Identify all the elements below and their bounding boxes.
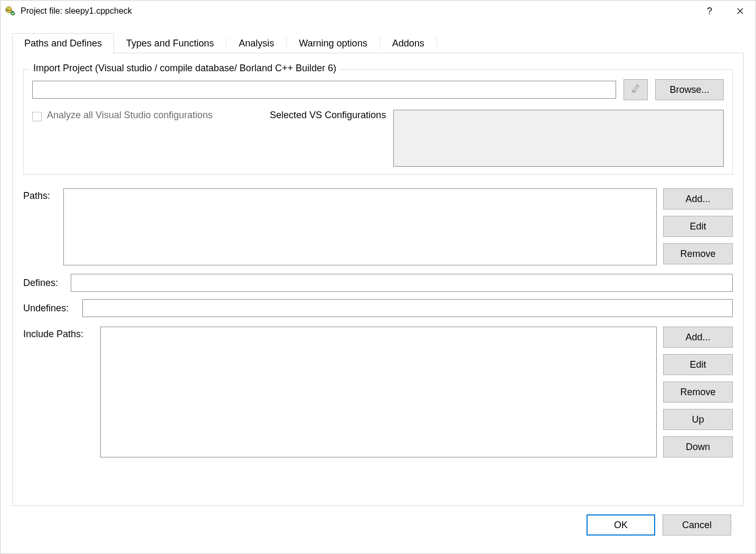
paths-label: Paths: bbox=[23, 188, 57, 202]
include-remove-button[interactable]: Remove bbox=[663, 381, 733, 403]
dialog-button-row: OK Cancel bbox=[12, 506, 744, 546]
selected-vs-config-list[interactable] bbox=[393, 110, 724, 167]
tab-types-functions[interactable]: Types and Functions bbox=[114, 33, 226, 53]
project-file-dialog: C++ Project file: sleepy1.cppcheck ? Pat… bbox=[0, 0, 756, 554]
tabstrip: Paths and Defines Types and Functions An… bbox=[12, 32, 744, 53]
paths-edit-button[interactable]: Edit bbox=[663, 216, 733, 237]
analyze-all-label: Analyze all Visual Studio configurations bbox=[47, 110, 213, 121]
undefines-label: Undefines: bbox=[23, 303, 76, 314]
paths-add-button[interactable]: Add... bbox=[663, 188, 733, 209]
broom-icon bbox=[630, 83, 641, 97]
include-paths-label: Include Paths: bbox=[23, 327, 94, 340]
svg-point-2 bbox=[11, 11, 15, 15]
analyze-all-checkbox[interactable] bbox=[32, 112, 42, 121]
ok-button[interactable]: OK bbox=[587, 514, 655, 536]
include-up-button[interactable]: Up bbox=[663, 409, 733, 430]
tab-analysis[interactable]: Analysis bbox=[226, 33, 286, 53]
paths-listbox[interactable] bbox=[63, 188, 657, 265]
include-paths-listbox[interactable] bbox=[100, 327, 657, 457]
help-button[interactable]: ? bbox=[694, 1, 725, 22]
close-button[interactable] bbox=[725, 1, 755, 22]
include-down-button[interactable]: Down bbox=[663, 436, 733, 457]
defines-label: Defines: bbox=[23, 278, 64, 289]
import-clear-button[interactable] bbox=[623, 79, 648, 100]
undefines-input[interactable] bbox=[82, 299, 733, 317]
import-project-legend: Import Project (Visual studio / compile … bbox=[30, 63, 339, 74]
import-project-path-input[interactable] bbox=[32, 81, 616, 99]
window-title: Project file: sleepy1.cppcheck bbox=[21, 6, 132, 16]
import-project-group: Import Project (Visual studio / compile … bbox=[23, 69, 733, 175]
paths-remove-button[interactable]: Remove bbox=[663, 243, 733, 264]
selected-vs-config-label: Selected VS Configurations bbox=[270, 110, 386, 121]
include-edit-button[interactable]: Edit bbox=[663, 354, 733, 375]
analyze-all-checkbox-row: Analyze all Visual Studio configurations bbox=[32, 110, 259, 167]
tab-warning-options[interactable]: Warning options bbox=[287, 33, 379, 53]
tab-paths-defines[interactable]: Paths and Defines bbox=[12, 33, 114, 54]
browse-button[interactable]: Browse... bbox=[655, 79, 724, 100]
defines-input[interactable] bbox=[71, 274, 733, 292]
dialog-body: Paths and Defines Types and Functions An… bbox=[1, 22, 755, 553]
cancel-button[interactable]: Cancel bbox=[663, 514, 731, 536]
svg-text:C++: C++ bbox=[6, 8, 12, 12]
app-icon: C++ bbox=[5, 5, 16, 17]
titlebar: C++ Project file: sleepy1.cppcheck ? bbox=[1, 1, 755, 22]
tabpage-paths-defines: Import Project (Visual studio / compile … bbox=[12, 53, 744, 506]
tab-addons[interactable]: Addons bbox=[380, 33, 437, 53]
include-add-button[interactable]: Add... bbox=[663, 327, 733, 348]
